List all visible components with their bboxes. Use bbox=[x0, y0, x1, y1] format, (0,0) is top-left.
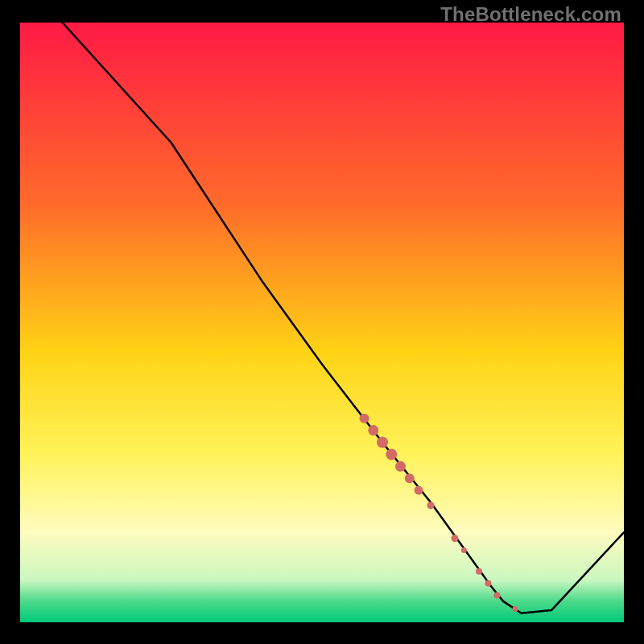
data-point bbox=[360, 414, 369, 423]
data-point bbox=[427, 502, 435, 509]
data-point bbox=[377, 437, 388, 448]
data-point bbox=[452, 535, 459, 542]
chart-frame bbox=[20, 23, 624, 622]
data-point bbox=[368, 425, 378, 436]
data-point bbox=[395, 461, 406, 472]
data-point bbox=[476, 568, 482, 575]
data-point bbox=[494, 592, 501, 599]
data-point bbox=[461, 547, 467, 553]
data-point bbox=[415, 486, 423, 495]
data-point bbox=[513, 606, 518, 612]
chart-background bbox=[20, 23, 624, 622]
data-point bbox=[485, 580, 491, 587]
data-point bbox=[405, 473, 415, 483]
chart-svg bbox=[20, 23, 624, 622]
data-point bbox=[386, 448, 397, 460]
